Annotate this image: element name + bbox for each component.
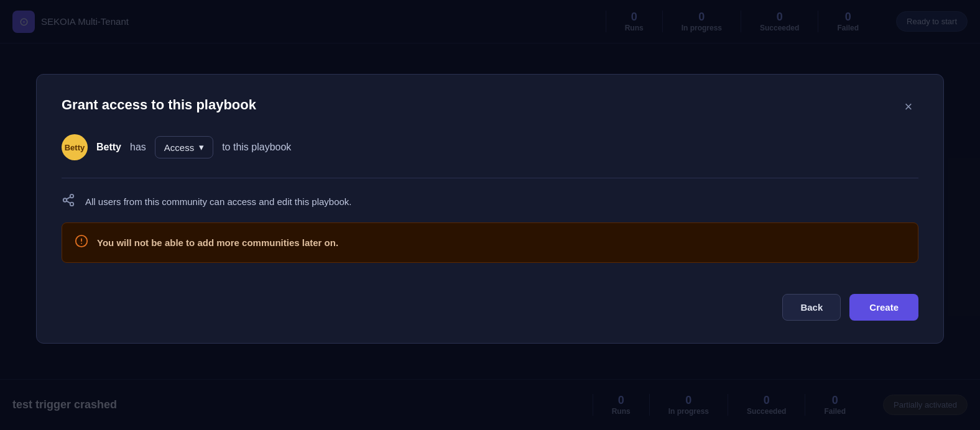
user-access-row: Betty Betty has Access ▾ to this playboo… bbox=[62, 134, 918, 160]
modal-title: Grant access to this playbook bbox=[62, 97, 256, 113]
svg-line-3 bbox=[67, 201, 70, 203]
modal-header: Grant access to this playbook × bbox=[62, 97, 918, 117]
community-description: All users from this community can access… bbox=[85, 196, 352, 207]
divider bbox=[62, 178, 918, 178]
chevron-down-icon: ▾ bbox=[199, 142, 204, 153]
access-dropdown[interactable]: Access ▾ bbox=[155, 136, 213, 158]
warning-icon bbox=[75, 234, 88, 251]
avatar: Betty bbox=[62, 134, 88, 160]
to-playbook-text: to this playbook bbox=[222, 142, 291, 153]
warning-box: You will not be able to add more communi… bbox=[62, 222, 918, 263]
community-row: All users from this community can access… bbox=[62, 193, 918, 210]
has-text: has bbox=[130, 142, 146, 153]
warning-text: You will not be able to add more communi… bbox=[97, 237, 338, 248]
modal-footer: Back Create bbox=[62, 288, 918, 321]
share-icon bbox=[62, 193, 75, 210]
user-name: Betty bbox=[96, 142, 121, 153]
svg-line-4 bbox=[67, 197, 70, 199]
modal-overlay: Grant access to this playbook × Betty Be… bbox=[0, 0, 980, 430]
close-button[interactable]: × bbox=[899, 97, 918, 117]
back-button[interactable]: Back bbox=[782, 294, 841, 321]
create-button[interactable]: Create bbox=[849, 294, 918, 321]
grant-access-modal: Grant access to this playbook × Betty Be… bbox=[36, 74, 944, 344]
access-dropdown-label: Access bbox=[164, 142, 194, 153]
